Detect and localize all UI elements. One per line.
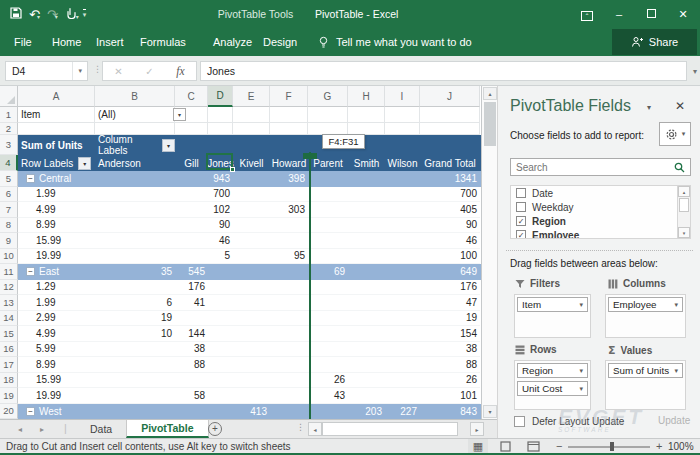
cell-D19[interactable] <box>208 388 233 404</box>
cell-F13[interactable] <box>270 295 308 311</box>
touch-dropdown-icon[interactable]: ▾ <box>76 14 79 20</box>
row-number-7[interactable]: 7 <box>0 202 18 218</box>
cell-F20[interactable] <box>270 404 308 420</box>
cell-C14[interactable] <box>175 311 208 327</box>
cell-A11[interactable]: −East <box>18 264 95 280</box>
column-header-D[interactable]: D <box>208 86 233 107</box>
row-number-1[interactable]: 1 <box>0 107 18 123</box>
row-number-18[interactable]: 18 <box>0 373 18 389</box>
cell-B5[interactable] <box>95 171 175 187</box>
cell-H5[interactable] <box>348 171 385 187</box>
cell-I15[interactable] <box>385 326 420 342</box>
cell-E1[interactable] <box>233 107 270 123</box>
cell-F3[interactable] <box>270 135 308 155</box>
cell-E3[interactable] <box>233 135 270 155</box>
cell-C6[interactable] <box>175 187 208 203</box>
cell-E4[interactable]: Kivell <box>233 155 270 171</box>
cell-A2[interactable] <box>18 123 95 135</box>
filters-area[interactable]: Item▾ <box>514 294 591 338</box>
cell-J19[interactable]: 101 <box>420 388 480 404</box>
cell-E19[interactable] <box>233 388 270 404</box>
cancel-entry-icon[interactable]: ✕ <box>114 66 122 77</box>
filter-dropdown-button[interactable]: ▾ <box>162 139 175 152</box>
field-scroll-down-icon[interactable]: ▾ <box>678 227 690 238</box>
column-header-B[interactable]: B <box>95 86 175 107</box>
row-number-6[interactable]: 6 <box>0 187 18 203</box>
cell-J9[interactable]: 46 <box>420 233 480 249</box>
cell-A12[interactable]: 1.29 <box>18 280 95 296</box>
cell-A6[interactable]: 1.99 <box>18 187 95 203</box>
cell-E5[interactable] <box>233 171 270 187</box>
cell-I12[interactable] <box>385 280 420 296</box>
cell-J3[interactable] <box>420 135 480 155</box>
cell-D18[interactable] <box>208 373 233 389</box>
cell-A13[interactable]: 1.99 <box>18 295 95 311</box>
cell-H15[interactable] <box>348 326 385 342</box>
cell-E20[interactable]: 413 <box>233 404 270 420</box>
cell-G8[interactable] <box>308 218 348 234</box>
cell-J10[interactable]: 100 <box>420 249 480 265</box>
cell-G12[interactable] <box>308 280 348 296</box>
cell-G14[interactable] <box>308 311 348 327</box>
ribbon-tab-analyze[interactable]: Analyze <box>213 28 252 56</box>
cell-A9[interactable]: 15.99 <box>18 233 95 249</box>
values-field-pill[interactable]: Sum of Units▾ <box>608 363 683 378</box>
cell-J16[interactable]: 38 <box>420 342 480 358</box>
cell-B17[interactable] <box>95 357 175 373</box>
cell-B6[interactable] <box>95 187 175 203</box>
cell-I11[interactable] <box>385 264 420 280</box>
cell-G10[interactable] <box>308 249 348 265</box>
cell-G9[interactable] <box>308 233 348 249</box>
sheet-nav-prev-icon[interactable]: ◂ <box>18 420 22 438</box>
cell-B15[interactable]: 10 <box>95 326 175 342</box>
cell-E7[interactable] <box>233 202 270 218</box>
zoom-in-button[interactable]: + <box>656 440 662 452</box>
cell-J5[interactable]: 1341 <box>420 171 480 187</box>
cell-B18[interactable] <box>95 373 175 389</box>
cell-A17[interactable]: 8.99 <box>18 357 95 373</box>
row-number-15[interactable]: 15 <box>0 326 18 342</box>
row-number-17[interactable]: 17 <box>0 357 18 373</box>
cell-A8[interactable]: 8.99 <box>18 218 95 234</box>
cell-C19[interactable]: 58 <box>175 388 208 404</box>
row-number-2[interactable]: 2 <box>0 123 18 135</box>
cell-A4[interactable]: Row Labels▾ <box>18 155 95 171</box>
tell-me-box[interactable]: Tell me what you want to do <box>318 28 472 56</box>
cell-H12[interactable] <box>348 280 385 296</box>
row-number-16[interactable]: 16 <box>0 342 18 358</box>
cell-I14[interactable] <box>385 311 420 327</box>
sheet-tab-pivottable[interactable]: PivotTable <box>126 420 208 438</box>
row-number-4[interactable]: 4 <box>0 155 18 171</box>
cell-F16[interactable] <box>270 342 308 358</box>
cell-C10[interactable] <box>175 249 208 265</box>
cell-H17[interactable] <box>348 357 385 373</box>
cell-E2[interactable] <box>233 123 270 135</box>
normal-view-icon[interactable] <box>500 441 511 452</box>
cell-G5[interactable] <box>308 171 348 187</box>
field-scroll-thumb[interactable] <box>679 198 689 212</box>
collapse-button[interactable]: − <box>26 407 35 416</box>
field-item-weekday[interactable]: Weekday <box>511 200 690 214</box>
cell-I1[interactable] <box>385 107 420 123</box>
cell-I16[interactable] <box>385 342 420 358</box>
cell-A14[interactable]: 2.99 <box>18 311 95 327</box>
search-input[interactable]: Search <box>510 158 691 176</box>
cell-G20[interactable] <box>308 404 348 420</box>
zoom-level[interactable]: 100% <box>668 441 694 452</box>
cell-A16[interactable]: 5.99 <box>18 342 95 358</box>
cell-H7[interactable] <box>348 202 385 218</box>
cell-D13[interactable] <box>208 295 233 311</box>
cell-D14[interactable] <box>208 311 233 327</box>
cell-H11[interactable] <box>348 264 385 280</box>
update-button[interactable]: Update <box>650 412 698 429</box>
cell-J11[interactable]: 649 <box>420 264 480 280</box>
cell-E6[interactable] <box>233 187 270 203</box>
field-checkbox[interactable]: ✓ <box>516 230 526 239</box>
cell-F11[interactable] <box>270 264 308 280</box>
cell-F18[interactable] <box>270 373 308 389</box>
cell-B20[interactable] <box>95 404 175 420</box>
cell-C11[interactable]: 545 <box>175 264 208 280</box>
scroll-down-icon[interactable]: ▾ <box>483 405 497 418</box>
sheet-nav-next-icon[interactable]: ▸ <box>40 420 44 438</box>
cell-D16[interactable] <box>208 342 233 358</box>
